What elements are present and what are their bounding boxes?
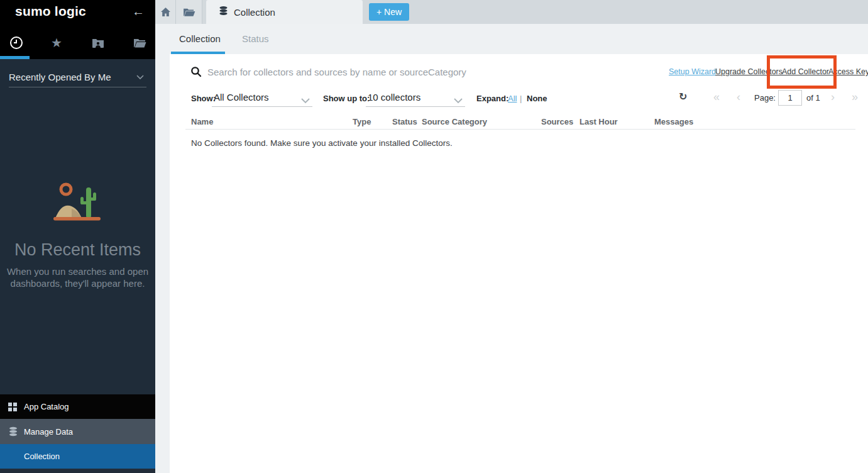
sumo-logic-app: sumo logic ← ★ Recently Opened By Me [0,0,868,473]
sidebar-item-collection[interactable]: Collection [0,444,155,469]
description-line-1: When you run searches and open [0,265,155,277]
active-section-indicator [0,56,30,59]
page-of-label: of 1 [806,93,820,103]
browse-tab-button[interactable] [176,0,202,24]
sidebar-footer-strip [0,469,155,473]
favorites-star-icon[interactable]: ★ [48,35,65,51]
recent-clock-icon[interactable] [8,35,25,51]
expand-all-link[interactable]: All [508,94,517,103]
column-header-last-hour[interactable]: Last Hour [580,117,618,126]
subtab-status[interactable]: Status [242,33,269,44]
column-header-sources[interactable]: Sources [541,117,573,126]
show-filter-select[interactable]: All Collectors [214,92,269,103]
database-icon [219,6,228,18]
description-line-2: dashboards, they'll appear here. [0,277,155,289]
active-subtab-indicator [171,52,225,54]
recently-opened-dropdown[interactable]: Recently Opened By Me [9,67,146,87]
sidebar-item-app-catalog[interactable]: App Catalog [0,394,155,419]
collapse-sidebar-icon[interactable]: ← [132,4,145,19]
refresh-icon[interactable]: ↻ [679,91,687,103]
subtab-collection[interactable]: Collection [179,33,221,44]
new-button[interactable]: + New [369,3,409,21]
tab-collection-label: Collection [234,7,275,18]
sumo-logic-logo: sumo logic [15,4,86,19]
recently-opened-label: Recently Opened By Me [9,72,111,82]
chevron-down-icon[interactable] [454,95,463,106]
upgrade-collectors-link[interactable]: Upgrade Collectors [715,67,783,76]
no-recent-items-description: When you run searches and open dashboard… [0,265,155,289]
chevron-down-icon [136,71,144,82]
show-up-to-label: Show up to: [323,94,370,103]
database-icon [8,426,19,437]
sidebar-item-manage-data[interactable]: Manage Data [0,419,155,444]
chevron-down-icon[interactable] [301,95,310,106]
app-catalog-grid-icon [8,403,19,411]
column-header-source-category[interactable]: Source Category [422,117,487,126]
access-keys-link[interactable]: Access Keys [828,67,868,76]
column-header-type[interactable]: Type [353,117,371,126]
pager-prev-icon[interactable]: ‹ [737,91,740,104]
home-icon [160,7,171,17]
expand-none-link[interactable]: None [527,94,547,103]
desert-empty-state-illustration [53,181,103,228]
column-header-messages[interactable]: Messages [654,117,693,126]
open-folder-icon [183,7,195,17]
tab-collection[interactable]: Collection [206,0,363,24]
expand-label: Expand: [476,94,508,103]
pager-next-icon[interactable]: › [831,91,835,104]
add-collector-link[interactable]: Add Collector [782,67,829,76]
search-input[interactable] [207,64,559,80]
expand-separator: | [520,94,522,103]
shared-content-icon[interactable] [90,35,106,51]
library-folder-icon[interactable] [132,35,148,51]
search-icon [190,66,202,80]
empty-table-message: No Collectors found. Make sure you activ… [191,138,453,148]
sun-icon [61,184,71,194]
sidebar: sumo logic ← ★ Recently Opened By Me [0,0,155,473]
home-tab-button[interactable] [155,0,176,24]
pager-last-icon[interactable]: » [852,91,858,104]
column-header-name[interactable]: Name [191,117,213,126]
page-number-input[interactable] [778,90,802,106]
page-label: Page: [754,93,776,103]
show-up-to-select[interactable]: 10 collectors [368,92,420,103]
collectors-table-header: Name Type Status Source Category Sources… [185,116,855,130]
column-header-status[interactable]: Status [392,117,417,126]
pager-first-icon[interactable]: « [713,91,720,104]
manage-data-label: Manage Data [24,427,73,437]
app-catalog-label: App Catalog [24,402,69,411]
setup-wizard-link[interactable]: Setup Wizard [669,67,716,76]
show-select-underline [212,106,312,107]
collection-label: Collection [24,452,60,461]
no-recent-items-title: No Recent Items [0,240,155,260]
show-filter-label: Show: [191,94,216,103]
show-up-to-underline [366,106,465,107]
